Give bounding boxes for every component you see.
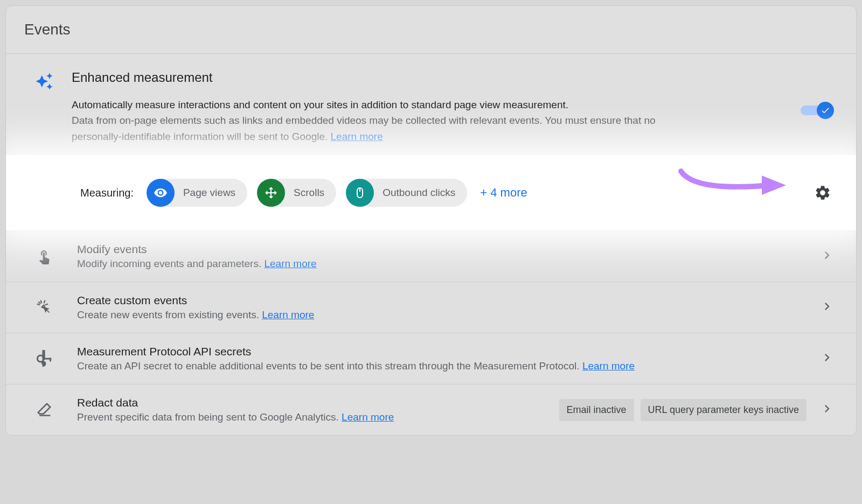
gear-icon [814, 184, 831, 201]
click-icon [35, 298, 53, 317]
list-desc: Create new events from existing events. … [77, 309, 811, 321]
status-badges: Email inactive URL query parameter keys … [559, 399, 807, 421]
scroll-icon [257, 179, 285, 207]
list-desc: Create an API secret to enable additiona… [77, 360, 811, 372]
chevron-right-icon [819, 248, 835, 265]
badge-url: URL query parameter keys inactive [641, 399, 807, 421]
list-title: Measurement Protocol API secrets [77, 345, 811, 358]
create-custom-events-row[interactable]: Create custom events Create new events f… [6, 282, 856, 333]
list-desc: Prevent specific data from being sent to… [77, 411, 559, 423]
list-desc: Modify incoming events and parameters. L… [77, 258, 811, 270]
enhanced-description: Automatically measure interactions and c… [72, 97, 664, 144]
learn-more-link[interactable]: Learn more [264, 258, 316, 269]
list-title: Modify events [77, 243, 811, 256]
enhanced-title: Enhanced measurement [72, 70, 835, 85]
list-content: Measurement Protocol API secrets Create … [77, 345, 811, 372]
svg-rect-5 [50, 358, 51, 362]
chip-label: Outbound clicks [383, 187, 455, 199]
chevron-right-icon [819, 350, 835, 367]
settings-gear-button[interactable] [813, 183, 832, 202]
learn-more-link[interactable]: Learn more [582, 360, 635, 372]
events-panel: Events Enhanced measurement Automaticall… [5, 5, 857, 436]
chip-label: Page views [183, 187, 235, 199]
list-content: Modify events Modify incoming events and… [77, 243, 811, 270]
learn-more-link[interactable]: Learn more [342, 411, 394, 423]
enhanced-measurement-section: Enhanced measurement Automatically measu… [6, 54, 856, 231]
check-icon [821, 106, 830, 115]
list-content: Create custom events Create new events f… [77, 294, 811, 321]
redact-data-row[interactable]: Redact data Prevent specific data from b… [6, 384, 856, 435]
mouse-icon [346, 179, 374, 207]
list-content: Redact data Prevent specific data from b… [77, 396, 559, 423]
chip-label: Scrolls [294, 187, 324, 199]
enhanced-content: Enhanced measurement Automatically measu… [72, 70, 835, 144]
chip-outbound-clicks: Outbound clicks [346, 179, 467, 207]
panel-header: Events [6, 6, 856, 54]
measuring-row: Measuring: Page views Scrolls [6, 155, 856, 230]
list-title: Redact data [77, 396, 559, 409]
learn-more-link[interactable]: Learn more [262, 309, 314, 320]
chevron-right-icon [819, 299, 835, 316]
badge-email: Email inactive [559, 399, 634, 421]
enhanced-learn-more-link[interactable]: Learn more [331, 131, 383, 142]
enhanced-toggle[interactable] [801, 102, 832, 118]
eraser-icon [35, 401, 53, 419]
more-chips-link[interactable]: + 4 more [480, 186, 527, 200]
chip-page-views: Page views [147, 179, 247, 207]
key-icon [35, 349, 53, 368]
touch-icon [35, 247, 53, 265]
measuring-label: Measuring: [80, 187, 134, 199]
svg-point-0 [270, 192, 272, 194]
list-title: Create custom events [77, 294, 811, 307]
panel-title: Events [24, 21, 838, 38]
modify-events-row[interactable]: Modify events Modify incoming events and… [6, 231, 856, 282]
enhanced-header: Enhanced measurement Automatically measu… [35, 70, 835, 144]
sparkle-icon [35, 72, 53, 93]
measurement-protocol-row[interactable]: Measurement Protocol API secrets Create … [6, 333, 856, 384]
arrow-annotation [678, 165, 791, 197]
eye-icon [147, 179, 175, 207]
chevron-right-icon [819, 401, 835, 418]
chip-scrolls: Scrolls [257, 179, 336, 207]
enhanced-desc-bold: Automatically measure interactions and c… [72, 99, 568, 110]
